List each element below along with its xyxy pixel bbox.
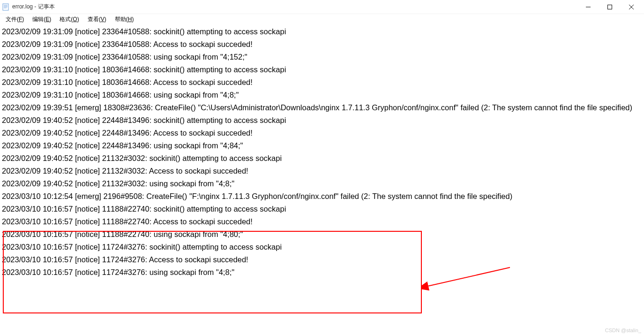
menu-help[interactable]: 帮助(H) — [111, 15, 138, 24]
minimize-button[interactable] — [577, 0, 599, 14]
titlebar: error.log - 记事本 — [0, 0, 644, 14]
menu-edit[interactable]: 编辑(E) — [29, 15, 55, 24]
maximize-button[interactable] — [599, 0, 621, 14]
menubar: 文件(F) 编辑(E) 格式(O) 查看(V) 帮助(H) — [0, 14, 644, 24]
notepad-icon — [2, 3, 9, 11]
watermark: CSDN @stalin_ — [605, 327, 641, 333]
window-title: error.log - 记事本 — [12, 3, 577, 11]
window-controls — [577, 0, 642, 14]
close-button[interactable] — [621, 0, 642, 14]
menu-view[interactable]: 查看(V) — [84, 15, 110, 24]
menu-format[interactable]: 格式(O) — [56, 15, 82, 24]
svg-rect-6 — [608, 5, 612, 9]
text-area[interactable]: 2023/02/09 19:31:09 [notice] 23364#10588… — [0, 24, 644, 325]
menu-file[interactable]: 文件(F) — [2, 15, 28, 24]
